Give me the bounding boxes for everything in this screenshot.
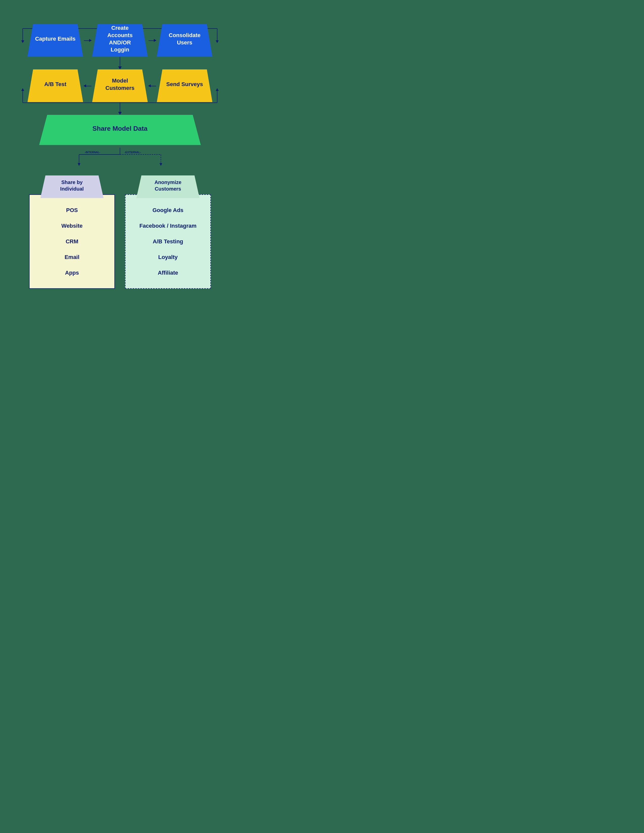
trap-consolidate: ConsolidateUsers: [157, 24, 213, 57]
model-customers-label: ModelCustomers: [106, 77, 135, 92]
right-box-content: Google Ads Facebook / Instagram A/B Test…: [125, 195, 211, 289]
anonymize-customers-label: AnonymizeCustomers: [155, 179, 182, 192]
svg-marker-16: [159, 163, 163, 166]
ab-test-trap: A/B Test: [27, 69, 83, 102]
left-box: Share byIndividual POS Website CRM Email…: [29, 175, 115, 289]
svg-text:-INTERNAL-: -INTERNAL-: [85, 150, 100, 153]
arrow-v-1-head: [118, 66, 122, 69]
arrow-v-2-head: [118, 112, 122, 115]
right-item-affiliate: Affiliate: [130, 265, 205, 281]
consolidate-trap: ConsolidateUsers: [157, 24, 213, 57]
consolidate-label: ConsolidateUsers: [169, 32, 201, 46]
right-item-loyalty: Loyalty: [130, 249, 205, 265]
left-item-pos: POS: [35, 203, 109, 218]
arrow-h-2: [148, 24, 157, 57]
svg-marker-14: [78, 163, 80, 166]
send-surveys-label: Send Surveys: [166, 81, 203, 88]
split-section: -INTERNAL- -EXTERNAL-: [10, 148, 230, 175]
arrow-h-3: [83, 69, 92, 102]
left-item-apps: Apps: [35, 265, 109, 281]
arrow-h-1: [83, 24, 92, 57]
right-item-ab-testing: A/B Testing: [130, 234, 205, 249]
trap-ab-test: A/B Test: [27, 69, 83, 102]
trap-create-accounts: CreateAccountsAND/ORLoggin: [92, 24, 148, 57]
arrow-v-1-line: [120, 57, 120, 66]
bottom-row: Share byIndividual POS Website CRM Email…: [10, 175, 230, 289]
trap-capture-emails: Capture Emails: [27, 24, 83, 57]
trap-model-customers: ModelCustomers: [92, 69, 148, 102]
svg-text:-EXTERNAL-: -EXTERNAL-: [124, 150, 141, 153]
right-item-facebook-instagram: Facebook / Instagram: [130, 218, 205, 234]
row2-wrapper: A/B Test ModelCustomers Send Surveys: [10, 69, 230, 102]
capture-emails-label: Capture Emails: [35, 35, 76, 43]
capture-emails-trap: Capture Emails: [27, 24, 83, 57]
create-accounts-label: CreateAccountsAND/ORLoggin: [107, 24, 133, 53]
anonymize-customers-header: AnonymizeCustomers: [136, 175, 200, 198]
arrow-h-4: [148, 69, 157, 102]
ab-test-label: A/B Test: [44, 81, 66, 88]
arrow-v-2-line: [120, 102, 120, 112]
share-model-data-label: Share Model Data: [92, 125, 148, 132]
row2: A/B Test ModelCustomers Send Surveys: [10, 69, 230, 102]
create-accounts-trap: CreateAccountsAND/ORLoggin: [92, 24, 148, 57]
right-box: AnonymizeCustomers Google Ads Facebook /…: [125, 175, 211, 289]
row1-wrapper: Capture Emails CreateAccountsAND/ORLoggi…: [10, 24, 230, 57]
share-by-individual-header: Share byIndividual: [40, 175, 103, 198]
arrow-v-2: [118, 102, 122, 115]
left-item-crm: CRM: [35, 234, 109, 249]
left-item-email: Email: [35, 249, 109, 265]
share-model-data-trap: Share Model Data: [39, 115, 201, 145]
arrow-v-1: [118, 57, 122, 69]
diagram: Capture Emails CreateAccountsAND/ORLoggi…: [10, 24, 230, 289]
share-by-individual-label: Share byIndividual: [60, 179, 84, 192]
row1: Capture Emails CreateAccountsAND/ORLoggi…: [10, 24, 230, 57]
trap-send-surveys: Send Surveys: [157, 69, 213, 102]
split-svg: -INTERNAL- -EXTERNAL-: [44, 148, 196, 170]
left-box-content: POS Website CRM Email Apps: [29, 195, 115, 289]
arrow-v-1-container: [10, 57, 230, 69]
send-surveys-trap: Send Surveys: [157, 69, 213, 102]
right-item-google-ads: Google Ads: [130, 203, 205, 218]
arrow-v-2-container: [10, 102, 230, 115]
model-customers-trap: ModelCustomers: [92, 69, 148, 102]
left-item-website: Website: [35, 218, 109, 234]
